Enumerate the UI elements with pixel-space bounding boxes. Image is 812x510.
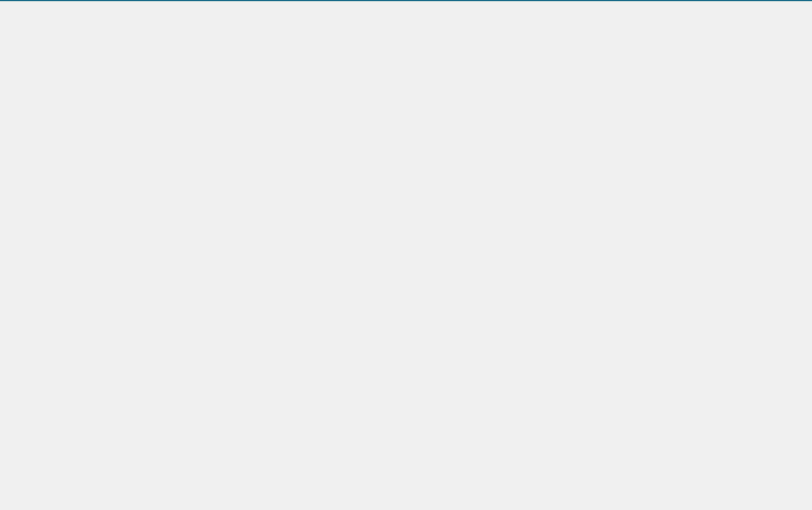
blue-topline xyxy=(0,0,812,1)
